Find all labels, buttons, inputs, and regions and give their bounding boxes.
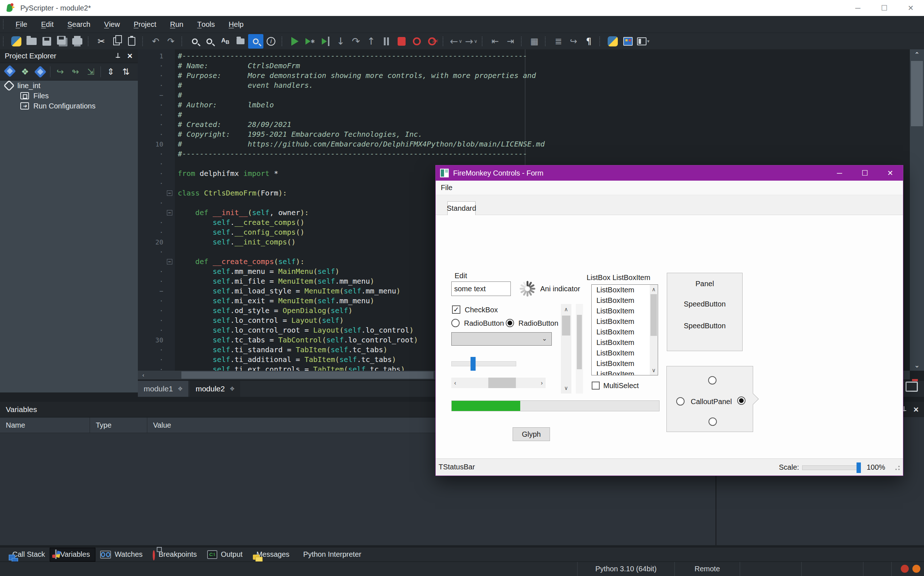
toolbar-grip[interactable]: [3, 37, 5, 46]
numbered-list-icon[interactable]: ≣: [551, 34, 566, 49]
tab-standard[interactable]: Standard: [447, 201, 476, 215]
new-project-icon[interactable]: [2, 64, 18, 79]
toolbar-grip[interactable]: [443, 37, 445, 46]
radio-button-2[interactable]: [506, 319, 514, 327]
show-special-chars-icon[interactable]: ¶: [581, 34, 596, 49]
step-into-icon[interactable]: ↓: [333, 34, 348, 49]
editor-vertical-scrollbar[interactable]: ⌃ ⌄: [910, 49, 924, 371]
vertical-scroll-thumb[interactable]: [911, 61, 923, 126]
find-in-files-icon[interactable]: [233, 34, 248, 49]
fold-marker-icon[interactable]: −: [167, 259, 172, 264]
checkbox[interactable]: ✓: [452, 306, 460, 314]
scroll-up-icon[interactable]: ∧: [561, 306, 572, 313]
scroll-up-icon[interactable]: ∧: [650, 286, 658, 293]
dialog-menu-file[interactable]: File: [436, 184, 458, 192]
trackbar-thumb[interactable]: [471, 357, 476, 371]
debug-project-icon[interactable]: ↬: [68, 64, 83, 79]
tree-item-files[interactable]: Files: [0, 91, 138, 101]
listbox-item-5[interactable]: ListBoxItem: [592, 327, 658, 337]
editor-options-icon[interactable]: [620, 34, 636, 49]
project-themes-icon[interactable]: ❖: [18, 64, 33, 79]
dialog-title-bar[interactable]: FireMonkey Controls - Form ─ ☐ ✕: [436, 165, 903, 181]
callout-radio-right[interactable]: [737, 397, 746, 405]
external-run-icon[interactable]: ⇲: [83, 64, 98, 79]
speedbutton-2[interactable]: SpeedButton: [667, 322, 742, 330]
toolbar-grip[interactable]: [181, 37, 184, 46]
listbox-item-8[interactable]: ListBoxItem: [592, 358, 658, 369]
tab-variables[interactable]: Variables: [50, 548, 95, 561]
callout-radio-bottom[interactable]: [708, 418, 717, 426]
python-new-icon[interactable]: [9, 34, 24, 49]
glyph-button[interactable]: Glyph: [512, 427, 550, 441]
scrollbar-horizontal-demo[interactable]: ‹ ›: [451, 378, 546, 388]
toolbar-grip[interactable]: [521, 37, 523, 46]
edit-input[interactable]: some text: [451, 282, 511, 296]
open-file-icon[interactable]: [24, 34, 39, 49]
menu-search[interactable]: Search: [61, 16, 97, 33]
recent-files-icon[interactable]: [905, 382, 918, 392]
scroll-down-icon[interactable]: ⌄: [910, 360, 924, 371]
scroll-thumb[interactable]: [488, 378, 516, 388]
find-next-icon[interactable]: [202, 34, 218, 49]
scroll-down-icon[interactable]: ∨: [561, 385, 572, 391]
tab-messages[interactable]: Messages: [248, 548, 295, 561]
unindent-icon[interactable]: ⇤: [488, 34, 503, 49]
fold-marker-icon[interactable]: −: [167, 190, 172, 196]
save-file-icon[interactable]: [39, 34, 54, 49]
speedbutton-1[interactable]: SpeedButton: [667, 300, 742, 308]
callout-radio-top[interactable]: [708, 376, 716, 384]
code-line-10[interactable]: 10# https://github.com/Embarcadero/Delph…: [138, 139, 924, 149]
code-line-1[interactable]: 1#--------------------------------------…: [138, 51, 924, 61]
listbox[interactable]: ListBoxItemListBoxItemListBoxItemListBox…: [591, 284, 658, 375]
scroll-down-icon[interactable]: ∨: [650, 367, 658, 374]
collapse-all-icon[interactable]: ⇅: [118, 64, 133, 79]
tab-output[interactable]: C:\Output: [202, 548, 248, 561]
tab-watches[interactable]: Watches: [95, 548, 148, 561]
scrollbar-vertical-demo[interactable]: ∧ ∨: [561, 304, 572, 394]
expand-all-icon[interactable]: ⇕: [103, 64, 118, 79]
scroll-left-icon[interactable]: ‹: [454, 378, 456, 388]
tree-item-line_int[interactable]: line_int: [0, 80, 138, 91]
cut-icon[interactable]: ✂: [94, 34, 109, 49]
nav-back-icon[interactable]: ←∨: [448, 34, 464, 49]
dialog-maximize-button[interactable]: ☐: [852, 165, 878, 181]
horizontal-scroll-thumb[interactable]: [181, 371, 434, 379]
pause-icon[interactable]: [379, 34, 394, 49]
clear-breakpoints-icon[interactable]: [424, 34, 440, 49]
toggle-breakpoint-icon[interactable]: [409, 34, 424, 49]
step-out-icon[interactable]: ↑: [364, 34, 379, 49]
listbox-item-9[interactable]: ListBoxItem: [592, 369, 658, 375]
trackbar[interactable]: [451, 361, 516, 366]
listbox-item-7[interactable]: ListBoxItem: [592, 348, 658, 358]
scroll-right-icon[interactable]: ›: [541, 378, 543, 388]
close-panel-icon[interactable]: ✕: [913, 405, 919, 414]
menu-tools[interactable]: Tools: [190, 16, 222, 33]
scale-slider[interactable]: [802, 466, 861, 470]
code-line-6[interactable]: ·# Author: lmbelo: [138, 100, 924, 110]
layout-icon[interactable]: ▾: [636, 34, 651, 49]
callout-radio-left[interactable]: [676, 397, 685, 405]
code-line-9[interactable]: ·# Copyright: 1995-2021 Embarcadero Tech…: [138, 130, 924, 139]
radio-button-1[interactable]: [451, 319, 460, 327]
code-line-8[interactable]: ·# Created: 28/09/2021: [138, 120, 924, 130]
editor-tab-module2[interactable]: module2✥: [190, 381, 240, 397]
listbox-item-1[interactable]: ListBoxItem: [592, 285, 658, 295]
listbox-item-6[interactable]: ListBoxItem: [592, 337, 658, 348]
paste-icon[interactable]: [124, 34, 139, 49]
maximize-button[interactable]: ☐: [871, 0, 897, 16]
toolbar-grip[interactable]: [282, 37, 284, 46]
step-over-icon[interactable]: ↷: [348, 34, 364, 49]
dialog-close-button[interactable]: ✕: [878, 165, 903, 181]
listbox-scrollbar[interactable]: ∧ ∨: [650, 285, 658, 375]
listbox-item-4[interactable]: ListBoxItem: [592, 316, 658, 327]
toolbar-grip[interactable]: [545, 37, 547, 46]
tab-state-icon[interactable]: ✥: [178, 386, 183, 392]
editor-tab-module1[interactable]: module1✥: [138, 381, 188, 397]
nav-forward-icon[interactable]: →∨: [464, 34, 479, 49]
run-project-icon[interactable]: ↪: [53, 64, 68, 79]
listbox-item-2[interactable]: ListBoxItem: [592, 295, 658, 306]
resize-grip-icon[interactable]: [894, 464, 900, 470]
minimize-button[interactable]: ─: [844, 0, 871, 16]
menu-view[interactable]: View: [97, 16, 127, 33]
save-all-icon[interactable]: [54, 34, 70, 49]
